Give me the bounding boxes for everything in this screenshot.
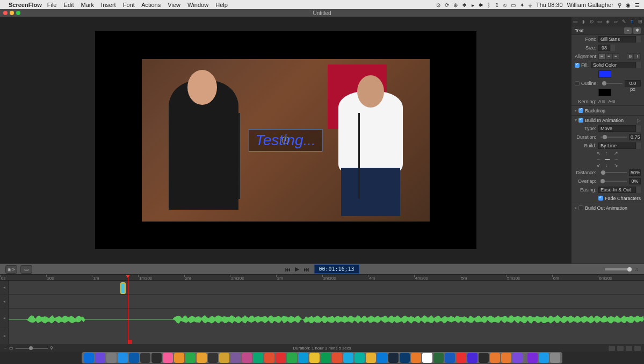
menu-file[interactable]: File [47,2,57,8]
distance-value[interactable]: 50% [629,169,641,176]
dock-app-icon[interactable] [456,353,466,363]
status-icon[interactable]: ↥ [495,2,499,8]
siri-icon[interactable]: ◉ [626,2,631,8]
fill-type-select[interactable]: Solid Color [591,62,636,68]
fill-color-swatch[interactable] [598,70,611,78]
timeline-option-button[interactable] [634,346,641,351]
disclosure-icon[interactable]: ▾ [575,118,577,123]
dock-app-icon[interactable] [550,353,560,363]
menu-mark[interactable]: Mark [81,2,94,8]
dock-app-icon[interactable] [253,353,263,363]
dock-app-icon[interactable] [129,353,139,363]
size-input[interactable]: 98 [598,45,610,51]
dir-n-icon[interactable]: ↑ [605,151,611,155]
status-icon[interactable]: ✦ [520,2,524,8]
tab-touch-icon[interactable]: ◈ [605,18,611,25]
status-icon[interactable]: ⊕ [453,2,458,8]
spotlight-icon[interactable]: ⚲ [618,2,621,8]
menu-view[interactable]: View [168,2,180,8]
dock-app-icon[interactable] [185,353,196,363]
buildout-checkbox[interactable] [578,205,583,210]
minimize-button[interactable] [10,11,14,15]
dock-app-icon[interactable] [343,353,353,363]
tab-screenrec-icon[interactable]: ⊙ [589,18,595,25]
tab-callout-icon[interactable]: ▭ [597,18,603,25]
dock-app-icon[interactable] [467,353,477,363]
dock-app-icon[interactable] [388,353,399,363]
dock-app-icon[interactable] [298,353,308,363]
backdrop-checkbox[interactable] [578,108,583,113]
dock-app-icon[interactable] [151,353,162,363]
italic-button[interactable]: I [634,53,641,60]
track-body[interactable] [9,281,644,294]
fill-checkbox[interactable] [575,63,580,68]
settings-button[interactable]: ✱ [633,27,641,34]
volume-slider[interactable] [605,268,632,270]
zoom-out-icon[interactable]: − [4,346,7,351]
size-stepper[interactable] [611,45,615,51]
kerning-loose[interactable]: A B [598,99,605,104]
dock-app-icon[interactable] [276,353,286,363]
dir-se-icon[interactable]: ↘ [614,163,619,167]
overlap-value[interactable]: 0% [629,178,641,184]
overlap-slider[interactable] [600,181,627,182]
dock-app-icon[interactable] [219,353,229,363]
timeline-option-button[interactable] [609,346,615,351]
bold-button[interactable]: B [627,53,634,60]
tab-media-icon[interactable]: ⊞ [637,18,643,25]
dir-sw-icon[interactable]: ↙ [597,163,602,167]
dock-app-icon[interactable] [400,353,410,363]
library-button[interactable]: ⊞» [5,265,17,274]
dock-app-icon[interactable] [501,353,511,363]
dir-center-icon[interactable]: — [605,157,611,161]
status-icon[interactable]: ▸ [472,2,474,8]
bluetooth-icon[interactable]: ᛒ [487,2,490,8]
track-handle[interactable]: ◂ [0,295,9,308]
dock-app-icon[interactable] [287,353,297,363]
align-center-button[interactable]: ≡ [605,53,612,60]
font-stepper[interactable] [636,36,641,42]
dock-app-icon[interactable] [106,353,117,363]
menu-insert[interactable]: Insert [101,2,116,8]
tab-audio-icon[interactable]: ◗ [581,18,587,25]
menu-font[interactable]: Font [123,2,135,8]
dock-app-icon[interactable] [354,353,365,363]
status-icon[interactable]: ▭ [511,2,516,8]
timeline-ruler[interactable]: 0s30s1m1m30s2m2m30s3m3m30s4m4m30s5m5m30s… [0,275,644,281]
dock-app-icon[interactable] [208,353,218,363]
dock-app-icon[interactable] [411,353,421,363]
dock-app-icon[interactable] [377,353,387,363]
fill-stepper[interactable] [636,62,641,68]
tab-video-icon[interactable]: ▭ [573,18,579,25]
dock-app-icon[interactable] [163,353,173,363]
dock-app-icon[interactable] [197,353,207,363]
dock-app-icon[interactable] [230,353,241,363]
disclosure-icon[interactable]: ▸ [575,108,577,113]
align-right-button[interactable]: ≡ [612,53,619,60]
font-select[interactable]: Gill Sans [598,36,636,42]
dir-s-icon[interactable]: ↓ [605,163,611,167]
zoom-slider[interactable] [16,348,48,349]
text-clip[interactable] [120,282,126,294]
dock-app-icon[interactable] [433,353,444,363]
selection-tool-button[interactable]: ▭ [20,265,32,274]
status-icon[interactable]: ⟳ [445,2,449,8]
outline-value[interactable]: 0.0 px [625,80,641,87]
playhead[interactable] [128,275,128,344]
kerning-tight[interactable]: A·B [608,99,615,104]
dir-e-icon[interactable]: → [614,157,619,161]
dock-app-icon[interactable] [118,353,128,363]
dock-app-icon[interactable] [140,353,150,363]
menu-window[interactable]: Window [187,2,208,8]
timeline-option-button[interactable] [617,346,624,351]
track-handle[interactable]: ◂ [0,309,9,327]
dock-app-icon[interactable] [527,353,538,363]
dock-app-icon[interactable] [309,353,320,363]
dock-app-icon[interactable] [422,353,432,363]
timeline-option-button[interactable] [626,346,632,351]
status-icon[interactable]: ⊙ [436,2,440,8]
dir-nw-icon[interactable]: ↖ [597,151,602,155]
headphones-icon[interactable]: ♫ [635,266,639,272]
disclosure-icon[interactable]: ▸ [575,205,577,210]
status-icon[interactable]: ❖ [462,2,467,8]
